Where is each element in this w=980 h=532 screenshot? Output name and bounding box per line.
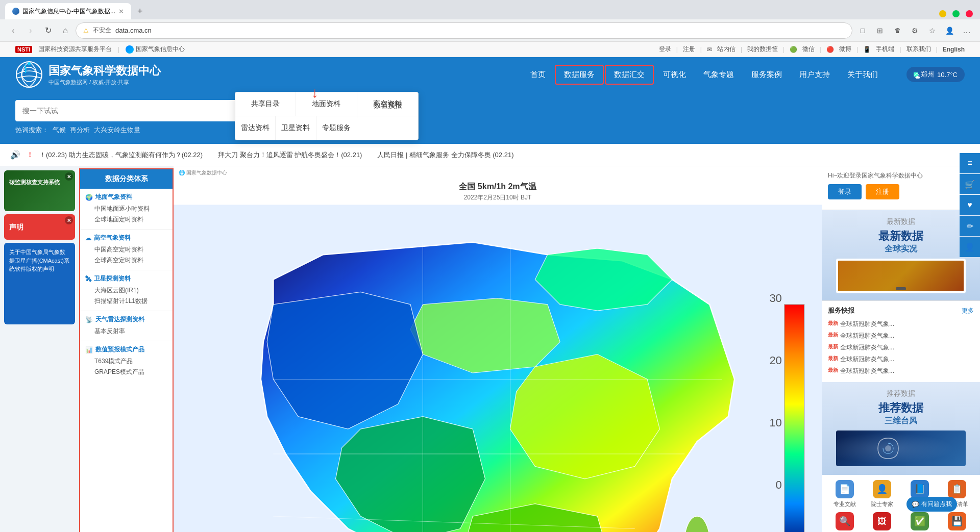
ad-carbon-system[interactable]: ✕ 碳监测核查支持系统 [4, 170, 75, 211]
radar-category-label[interactable]: 天气雷达探测资料 [95, 315, 144, 324]
ticker-item-2[interactable]: 人民日报 | 精细气象服务 全力保障冬奥 (02.21) [377, 150, 513, 160]
service-item-3[interactable]: 最新 全球新冠肺炎气象... [828, 353, 974, 365]
ssl-warning-icon: ⚠ [83, 27, 89, 34]
hotword-1[interactable]: 气候 [53, 125, 66, 135]
nsti-logo: NSTI [15, 46, 32, 53]
data-section-radar: 📡 天气雷达探测资料 基本反射率 [80, 311, 173, 341]
quick-item-image[interactable]: 🖼 图像展示 [866, 512, 899, 532]
customer-service-button[interactable]: 💬 有问题点我 [906, 497, 957, 512]
service-item-2[interactable]: 最新 全球新冠肺炎气象... [828, 342, 974, 353]
ticker-item-1[interactable]: 拜大刀 聚台力！追风逐雷 护航冬奥盛会！(02.21) [218, 150, 362, 160]
hotword-2[interactable]: 再分析 [70, 125, 90, 135]
ad-cmacast[interactable]: 关于中国气象局气象数据卫星广播(CMAcast)系统软件版权的声明 [4, 243, 75, 324]
dropdown-item-thematic[interactable]: 专题服务 [316, 116, 357, 140]
nwp-category-label[interactable]: 数值预报模式产品 [95, 345, 144, 354]
nav-data-service[interactable]: 数据服务 [555, 65, 604, 85]
surface-category-label[interactable]: 地面气象资料 [95, 193, 132, 201]
close-button[interactable] [966, 10, 973, 17]
split-button[interactable]: ⊞ [873, 23, 887, 38]
nav-user-support[interactable]: 用户支持 [791, 66, 838, 84]
profile-button[interactable]: ♛ [890, 23, 904, 38]
recommend-title: 推荐数据 [829, 400, 973, 416]
cast-button[interactable]: □ [855, 23, 870, 38]
latest-data-panel[interactable]: 最新数据 最新数据 全球实况 [822, 210, 980, 300]
nwp-item-0[interactable]: T639模式产品 [85, 356, 167, 367]
quick-icon-catalog: 📋 [948, 480, 966, 498]
nav-visualize[interactable]: 可视化 [655, 66, 694, 84]
wechat-link[interactable]: 微信 [802, 45, 815, 54]
nwp-item-1[interactable]: GRAPES模式产品 [85, 367, 167, 377]
upper-category-label[interactable]: 高空气象资料 [94, 234, 131, 242]
quick-item-standard[interactable]: ✅ 标准规范 [903, 512, 937, 532]
ticker-item-0[interactable]: ！(02.23) 助力生态固碳，气象监测能有何作为？(02.22) [39, 150, 203, 160]
weibo-link[interactable]: 微博 [839, 45, 851, 54]
nav-about[interactable]: 关于我们 [839, 66, 886, 84]
mybasket-link[interactable]: 我的数据筐 [747, 45, 778, 54]
new-tab-button[interactable]: + [132, 3, 148, 19]
nav-data-submit[interactable]: 数据汇交 [605, 65, 654, 85]
service-item-1[interactable]: 最新 全球新冠肺炎气象... [828, 330, 974, 342]
float-menu-button[interactable]: ≡ [960, 153, 980, 173]
tab-close-icon[interactable]: ✕ [118, 8, 124, 15]
more-button[interactable]: … [960, 23, 974, 38]
quick-item-search[interactable]: 🔍 检索定制 [828, 512, 862, 532]
satellite-item-0[interactable]: 大海区云图(IR1) [85, 285, 167, 296]
nav-home[interactable]: 首页 [522, 66, 554, 84]
register-button[interactable]: 注册 [866, 184, 899, 199]
nav-service-cases[interactable]: 服务案例 [743, 66, 790, 84]
service-more-link[interactable]: 更多 [962, 307, 974, 315]
satellite-item-1[interactable]: 扫描辐射计1L1数据 [85, 296, 167, 307]
right-float-panel: ≡ 🛒 ♥ ✏ 👤 [960, 153, 980, 257]
extensions-button[interactable]: ⚙ [908, 23, 922, 38]
ad-close-2[interactable]: ✕ [65, 216, 73, 224]
inbox-link[interactable]: 站内信 [717, 45, 736, 54]
quick-item-literature[interactable]: 📄 专业文献 [828, 480, 862, 508]
float-favorite-button[interactable]: ♥ [960, 195, 980, 215]
contact-link[interactable]: 联系我们 [906, 45, 931, 54]
login-button[interactable]: 登录 [828, 184, 862, 199]
logo-icon [15, 61, 43, 89]
register-link[interactable]: 注册 [683, 45, 695, 54]
ad-declaration[interactable]: ✕ 声明 [4, 214, 75, 240]
refresh-button[interactable]: ↻ [41, 23, 55, 38]
satellite-category-label[interactable]: 卫星探测资料 [94, 274, 131, 283]
service-text-1: 全球新冠肺炎气象... [840, 332, 894, 340]
dropdown-item-numeric[interactable]: 数值预报 [357, 92, 418, 118]
english-link[interactable]: English [943, 46, 965, 53]
upper-item-0[interactable]: 中国高空定时资料 [85, 244, 167, 255]
maximize-button[interactable] [952, 10, 960, 17]
nav-meteo-topics[interactable]: 气象专题 [695, 66, 742, 84]
mobile-link[interactable]: 手机端 [876, 45, 894, 54]
quick-item-expert[interactable]: 👤 院士专家 [866, 480, 899, 508]
bookmark-button[interactable]: ☆ [925, 23, 939, 38]
radar-item-0[interactable]: 基本反射率 [85, 326, 167, 337]
float-cart-button[interactable]: 🛒 [960, 174, 980, 194]
ad-text-2: 声明 [9, 223, 23, 232]
float-user-button[interactable]: 👤 [960, 237, 980, 257]
dropdown-item-satellite[interactable]: 卫星资料 [276, 116, 316, 140]
back-button[interactable]: ‹ [6, 23, 20, 38]
ad-close-1[interactable]: ✕ [65, 172, 73, 181]
account-button[interactable]: 👤 [942, 23, 957, 38]
float-edit-button[interactable]: ✏ [960, 216, 980, 236]
dropdown-item-shared-catalog[interactable]: 共享目录 [235, 92, 296, 116]
dropdown-item-radar[interactable]: 雷达资料 [235, 116, 276, 140]
service-item-0[interactable]: 最新 全球新冠肺炎气象... [828, 318, 974, 330]
top-bar-right: 登录 | 注册 | ✉ 站内信 | 我的数据筐 | 🟢 微信 | 🔴 微博 | … [659, 45, 965, 54]
quick-item-topicdata[interactable]: 💾 专题数据 [941, 512, 974, 532]
upper-item-1[interactable]: 全球高空定时资料 [85, 255, 167, 266]
customer-service-widget: 💬 有问题点我 [906, 497, 957, 512]
hotword-3[interactable]: 大兴安岭生物量 [94, 125, 140, 135]
browser-tab[interactable]: 国家气象信息中心-中国气象数据... ✕ [5, 3, 131, 19]
dropdown-item-surface[interactable]: 地面资料 [296, 92, 357, 116]
weather-dot: 🌤 [914, 72, 918, 77]
recommend-data-panel[interactable]: 推荐数据 推荐数据 三维台风 [822, 382, 980, 475]
service-item-4[interactable]: 最新 全球新冠肺炎气象... [828, 365, 974, 377]
surface-item-1[interactable]: 全球地面定时资料 [85, 214, 167, 225]
address-bar[interactable]: ⚠ 不安全 data.cma.cn [76, 22, 852, 39]
search-input[interactable] [15, 107, 267, 115]
minimize-button[interactable] [939, 10, 946, 17]
surface-item-0[interactable]: 中国地面逐小时资料 [85, 204, 167, 214]
home-button[interactable]: ⌂ [58, 23, 72, 38]
login-link[interactable]: 登录 [659, 45, 671, 54]
